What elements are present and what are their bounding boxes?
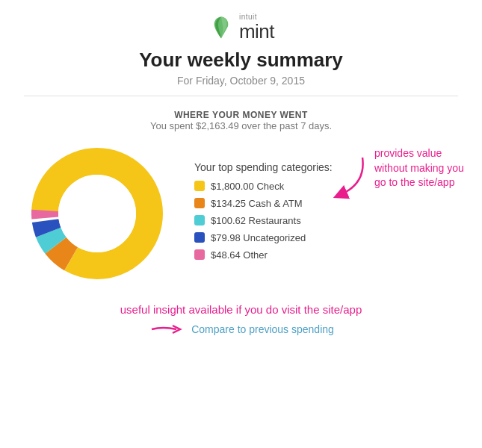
category-label-other: $48.64 Other	[211, 249, 268, 261]
summary-date: For Friday, October 9, 2015	[0, 75, 482, 87]
annotation-arrow-svg	[325, 154, 370, 206]
category-dot-other	[194, 249, 205, 260]
donut-svg	[22, 139, 172, 288]
category-item-other: $48.64 Other	[194, 249, 460, 261]
logo-container: intuit mint	[208, 13, 274, 41]
category-label-uncategorized: $79.98 Uncategorized	[211, 232, 306, 243]
category-dot-atm	[194, 198, 205, 208]
summary-title: Your weekly summary	[0, 49, 482, 72]
donut-chart	[22, 139, 172, 288]
category-dot-restaurants	[194, 215, 205, 225]
category-item-restaurants: $100.62 Restaurants	[194, 215, 460, 226]
category-label-restaurants: $100.62 Restaurants	[211, 215, 301, 226]
category-dot-check	[194, 181, 205, 191]
annotation-text: provides value without making you go to …	[374, 146, 472, 190]
mint-leaf-icon	[208, 14, 235, 41]
bottom-arrow-svg	[148, 320, 185, 338]
bottom-section: useful insight available if you do visit…	[0, 303, 482, 338]
category-label-atm: $134.25 Cash & ATM	[211, 198, 303, 209]
summary-section: Your weekly summary For Friday, October …	[0, 49, 482, 87]
section-divider	[24, 96, 458, 96]
logo-text: intuit mint	[239, 13, 274, 41]
money-went-title: WHERE YOUR MONEY WENT	[0, 110, 482, 120]
annotation-area: provides value without making you go to …	[325, 146, 472, 206]
main-content: Your top spending categories: $1,800.00 …	[0, 139, 482, 288]
annotation-arrow	[325, 154, 370, 206]
bottom-annotation-text: useful insight available if you do visit…	[0, 303, 482, 316]
money-went-subtitle: You spent $2,163.49 over the past 7 days…	[0, 120, 482, 131]
category-item-uncategorized: $79.98 Uncategorized	[194, 232, 460, 243]
category-dot-uncategorized	[194, 232, 205, 243]
page-header: intuit mint	[0, 0, 482, 41]
mint-label: mint	[239, 22, 274, 41]
compare-link[interactable]: Compare to previous spending	[191, 323, 334, 335]
donut-hole	[58, 175, 136, 252]
bottom-arrow-container: Compare to previous spending	[0, 320, 482, 338]
category-label-check: $1,800.00 Check	[211, 181, 284, 192]
money-went-header: WHERE YOUR MONEY WENT You spent $2,163.4…	[0, 110, 482, 131]
